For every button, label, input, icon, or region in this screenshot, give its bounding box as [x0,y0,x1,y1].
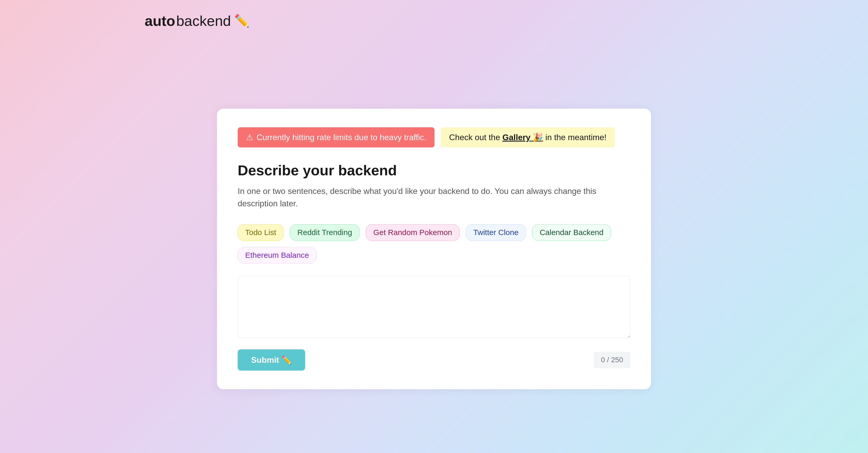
logo: auto backend ✏️ [145,12,868,29]
form-description: In one or two sentences, describe what y… [238,185,630,210]
suggestion-pokemon[interactable]: Get Random Pokemon [366,224,460,241]
bottom-row: Submit ✏️ 0 / 250 [238,349,630,370]
suggestion-todo[interactable]: Todo List [238,224,284,241]
description-textarea[interactable] [238,276,630,338]
submit-button[interactable]: Submit ✏️ [238,349,305,370]
suggestion-twitter[interactable]: Twitter Clone [466,224,526,241]
alerts-row: ⚠ Currently hitting rate limits due to h… [238,127,630,147]
logo-backend-text: backend [176,12,231,29]
rate-limit-text: Currently hitting rate limits due to hea… [256,133,426,142]
logo-auto-text: auto [145,12,175,29]
warning-icon: ⚠ [246,132,253,142]
suggestions-row: Todo List Reddit Trending Get Random Pok… [238,224,630,263]
logo-edit-icon: ✏️ [234,14,250,28]
char-counter: 0 / 250 [594,352,630,368]
suggestion-reddit[interactable]: Reddit Trending [290,224,360,241]
form-title: Describe your backend [238,162,630,179]
suggestion-ethereum[interactable]: Ethereum Balance [238,247,316,263]
gallery-alert: Check out the Gallery 🎉 in the meantime! [441,127,615,147]
header: auto backend ✏️ [0,0,868,29]
suggestion-calendar[interactable]: Calendar Backend [532,224,611,241]
rate-limit-alert: ⚠ Currently hitting rate limits due to h… [238,127,435,147]
gallery-link[interactable]: Gallery 🎉 [502,133,543,142]
main-card: ⚠ Currently hitting rate limits due to h… [217,109,651,389]
